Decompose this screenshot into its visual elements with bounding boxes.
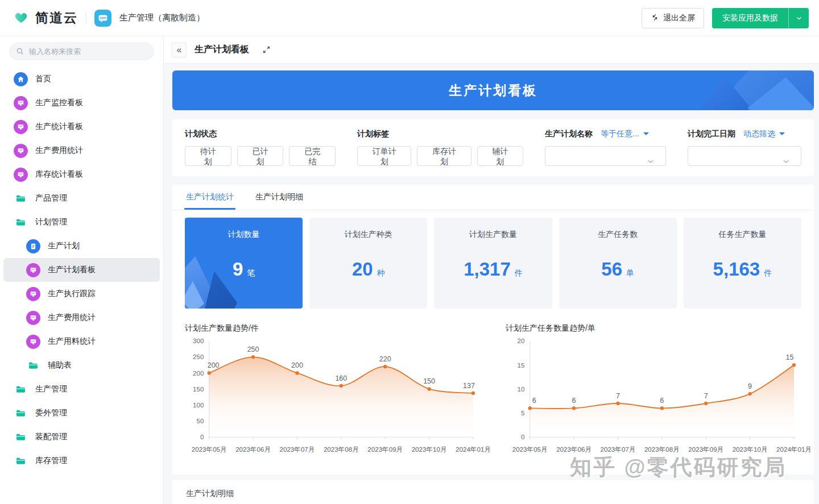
svg-text:2023年10月: 2023年10月 (733, 445, 768, 453)
filter-option-button[interactable]: 待计划 (185, 146, 231, 166)
svg-text:300: 300 (193, 337, 204, 344)
search-input[interactable] (9, 43, 154, 60)
sidebar-item[interactable]: 生产用料统计 (3, 330, 160, 353)
filter-option-button[interactable]: 辅计划 (477, 146, 523, 166)
board-icon (26, 311, 40, 325)
svg-text:20: 20 (518, 337, 525, 344)
stat-value: 5,163件 (684, 259, 801, 280)
app-title: 生产管理（离散制造） (119, 13, 205, 23)
sidebar-item[interactable]: 生产管理 (3, 377, 160, 401)
svg-text:250: 250 (193, 353, 204, 360)
svg-text:2023年05月: 2023年05月 (192, 445, 227, 453)
sidebar-item[interactable]: 首页 (3, 67, 160, 91)
trend-chart: 计划生产数量趋势/件0501001502002503002002023年05月2… (185, 323, 481, 455)
sidebar-item[interactable]: 委外管理 (3, 401, 160, 425)
sidebar-item[interactable]: 产品管理 (3, 186, 160, 210)
svg-text:200: 200 (193, 369, 204, 377)
sidebar-item[interactable]: 库存管理 (3, 449, 160, 473)
sidebar-item-label: 生产执行跟踪 (48, 289, 96, 299)
sidebar-item[interactable]: 装配管理 (3, 425, 160, 449)
svg-text:ERP: ERP (100, 16, 106, 19)
sidebar-item-label: 生产费用统计 (35, 145, 83, 156)
svg-text:2023年06月: 2023年06月 (556, 445, 592, 453)
filter-label-row: 计划状态 (185, 128, 336, 140)
folder-icon (14, 430, 28, 444)
filter-label-row: 计划标签 (357, 128, 523, 140)
app-header: 简道云 ERP 生产管理（离散制造） 退出全屏 安装应用及数据 (0, 0, 819, 36)
svg-text:220: 220 (379, 355, 391, 363)
filter-panel: 计划状态待计划已计划已完结计划标签订单计划库存计划辅计划生产计划名称等于任意..… (172, 119, 814, 176)
filter-operator-link[interactable]: 等于任意... (601, 129, 639, 139)
folder-icon (14, 406, 28, 420)
filter-option-button[interactable]: 订单计划 (357, 146, 411, 166)
page-title: 生产计划看板 (195, 44, 249, 56)
statistics-card: 生产计划统计生产计划明细 计划数量9笔计划生产种类20种计划生产数量1,317件… (172, 185, 814, 474)
exit-fullscreen-button[interactable]: 退出全屏 (642, 8, 704, 28)
filter-option-button[interactable]: 已完结 (289, 146, 336, 166)
filter-option-button[interactable]: 已计划 (237, 146, 284, 166)
svg-text:2023年08月: 2023年08月 (644, 445, 680, 453)
charts-row: 计划生产数量趋势/件0501001502002503002002023年05月2… (172, 309, 814, 455)
filter-select[interactable] (545, 146, 666, 166)
board-icon (14, 120, 28, 134)
main-topbar: « 生产计划看板 (164, 36, 819, 64)
stat-card[interactable]: 计划数量9笔 (185, 218, 303, 309)
filter-group: 计划状态待计划已计划已完结 (185, 128, 336, 166)
svg-text:2023年07月: 2023年07月 (280, 445, 315, 453)
sidebar-item[interactable]: 计划管理 (3, 210, 160, 234)
sidebar-collapse-icon[interactable]: « (172, 43, 187, 57)
sidebar-item[interactable]: 生产监控看板 (3, 91, 160, 115)
filter-operator-link[interactable]: 动态筛选 (743, 129, 775, 139)
svg-text:0: 0 (521, 433, 524, 440)
svg-text:2024年01月: 2024年01月 (776, 445, 812, 453)
sidebar-item[interactable]: 生产费用统计 (3, 306, 160, 330)
board-icon (14, 96, 28, 110)
sidebar-item[interactable]: 生产费用统计 (3, 139, 160, 163)
svg-text:6: 6 (532, 397, 536, 405)
caret-down-icon[interactable] (643, 132, 649, 138)
stat-card[interactable]: 计划生产数量1,317件 (434, 218, 552, 309)
doc-icon (26, 239, 40, 253)
main-area: « 生产计划看板 生产计划看板 计划状态待计划已计划已完结计划标签订单计划库存计… (164, 36, 819, 504)
filter-select[interactable] (688, 146, 801, 166)
sidebar-search (9, 43, 154, 60)
chart-title: 计划生产任务数量趋势/单 (506, 323, 801, 334)
svg-text:137: 137 (463, 382, 475, 390)
stat-unit: 笔 (247, 268, 255, 277)
filter-option-button[interactable]: 库存计划 (417, 146, 471, 166)
board-icon (14, 144, 28, 158)
tab-active[interactable]: 生产计划统计 (186, 185, 234, 210)
dashboard-banner: 生产计划看板 (172, 70, 814, 110)
filter-label-row: 生产计划名称等于任意... (545, 128, 666, 140)
stat-card[interactable]: 计划生产种类20种 (309, 218, 427, 309)
sidebar-menu: 首页生产监控看板生产统计看板生产费用统计库存统计看板产品管理计划管理生产计划生产… (0, 65, 163, 473)
board-icon (26, 287, 40, 301)
sidebar-item[interactable]: 生产执行跟踪 (3, 282, 160, 306)
sidebar-item-label: 辅助表 (48, 360, 72, 370)
caret-down-icon[interactable] (779, 132, 785, 138)
stat-card[interactable]: 任务生产数量5,163件 (684, 218, 801, 309)
sidebar-item[interactable]: 生产计划看板 (3, 258, 160, 282)
logo-text: 简道云 (35, 9, 78, 27)
detail-section-title: 生产计划明细 (186, 489, 800, 499)
fullscreen-expand-icon[interactable] (262, 45, 271, 55)
install-app-button[interactable]: 安装应用及数据 (712, 8, 809, 28)
svg-text:10: 10 (518, 385, 525, 393)
filter-group: 生产计划名称等于任意... (545, 128, 666, 166)
svg-text:2023年09月: 2023年09月 (367, 445, 403, 453)
stat-value: 9笔 (185, 259, 303, 280)
filter-label: 生产计划名称 (545, 129, 593, 139)
tab-inactive[interactable]: 生产计划明细 (255, 185, 303, 210)
stat-card[interactable]: 生产任务数56单 (559, 218, 677, 309)
sidebar-item-label: 生产管理 (35, 384, 67, 394)
sidebar-item[interactable]: 库存统计看板 (3, 163, 160, 186)
sidebar-item-label: 首页 (35, 74, 51, 84)
install-app-dropdown[interactable] (788, 8, 809, 28)
svg-text:0: 0 (200, 433, 204, 440)
svg-text:7: 7 (616, 392, 620, 400)
sidebar-item[interactable]: 辅助表 (3, 353, 160, 377)
svg-text:5: 5 (521, 409, 524, 416)
sidebar-item[interactable]: 生产统计看板 (3, 115, 160, 139)
filter-group: 计划完工日期动态筛选 (688, 128, 801, 166)
sidebar-item[interactable]: 生产计划 (3, 234, 160, 258)
